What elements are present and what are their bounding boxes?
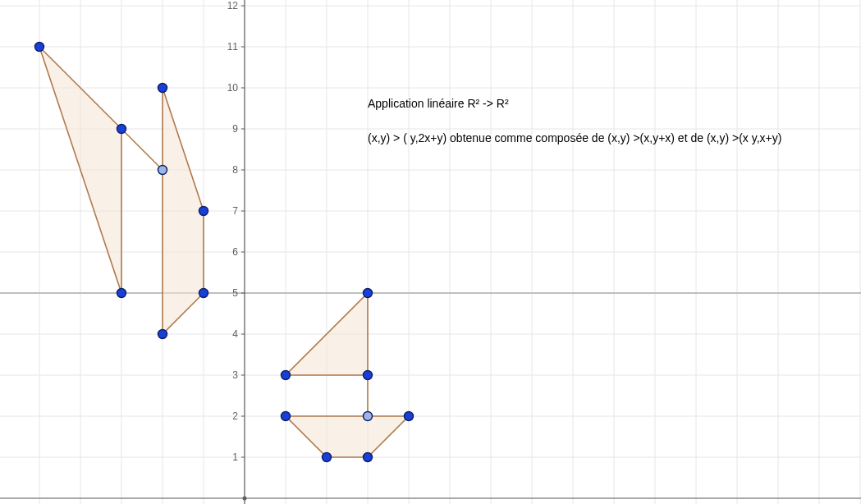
y-tick-label: 7: [232, 205, 238, 217]
y-tick-label: 4: [232, 328, 238, 340]
geo-point[interactable]: [158, 330, 167, 339]
y-tick-label: 9: [232, 123, 238, 135]
geo-point[interactable]: [323, 453, 332, 462]
geo-point[interactable]: [158, 84, 167, 93]
annotation-title: Application linéaire R² -> R²: [368, 97, 509, 110]
geo-point-special[interactable]: [364, 412, 373, 421]
geo-point[interactable]: [117, 289, 126, 298]
y-tick-label: 10: [227, 82, 239, 94]
geo-point[interactable]: [35, 43, 44, 52]
y-tick-label: 11: [227, 41, 239, 53]
geo-point[interactable]: [405, 412, 414, 421]
geo-point[interactable]: [282, 412, 291, 421]
y-tick-label: 12: [227, 0, 239, 11]
coordinate-plane: 123456789101112: [0, 0, 861, 504]
segment: [121, 129, 163, 170]
origin-dot: [243, 497, 247, 501]
geo-point-special[interactable]: [158, 166, 167, 175]
geo-point[interactable]: [364, 453, 373, 462]
quad-left: [163, 88, 204, 334]
annotation-formula: (x,y) > ( y,2x+y) obtenue comme composée…: [368, 131, 781, 144]
y-tick-label: 2: [232, 410, 238, 422]
trapezoid-right: [286, 416, 409, 457]
y-tick-label: 6: [232, 246, 238, 258]
y-tick-label: 1: [232, 451, 238, 463]
y-tick-label: 8: [232, 164, 238, 176]
y-tick-label: 5: [232, 287, 238, 299]
geo-point[interactable]: [117, 125, 126, 134]
geo-point[interactable]: [199, 207, 208, 216]
geo-point[interactable]: [364, 371, 373, 380]
y-tick-label: 3: [232, 369, 238, 381]
geo-point[interactable]: [364, 289, 373, 298]
geo-point[interactable]: [199, 289, 208, 298]
geo-point[interactable]: [282, 371, 291, 380]
